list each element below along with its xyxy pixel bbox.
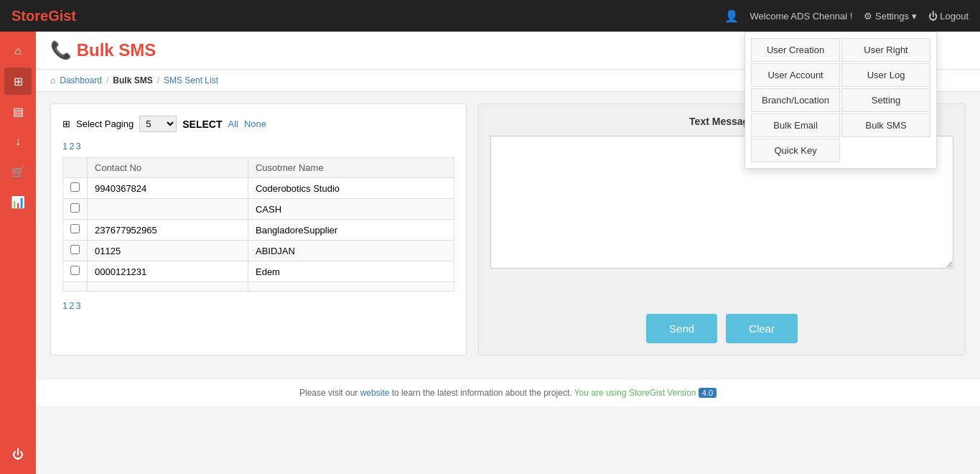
page-1-bottom[interactable]: 1 bbox=[62, 300, 67, 311]
row-5-contact: 0000121231 bbox=[88, 261, 248, 282]
dropdown-user-log[interactable]: User Log bbox=[841, 63, 930, 87]
dropdown-user-creation[interactable]: User Creation bbox=[751, 38, 840, 62]
phone-icon: 📞 bbox=[50, 40, 72, 60]
row-6-name bbox=[248, 282, 454, 292]
sidebar-dashboard[interactable]: ⊞ bbox=[4, 68, 32, 95]
row-4-checkbox[interactable] bbox=[70, 245, 80, 254]
left-panel: ⊞ Select Paging 5 10 25 50 100 SELECT Al… bbox=[50, 103, 467, 356]
table-row: CASH bbox=[63, 199, 454, 220]
row-1-contact: 9940367824 bbox=[88, 178, 248, 199]
version-badge: 4.0 bbox=[699, 388, 717, 398]
select-all-link[interactable]: All bbox=[228, 118, 238, 129]
pagination-bottom: 1 2 3 bbox=[62, 300, 454, 311]
dropdown-user-right[interactable]: User Right bbox=[841, 38, 930, 62]
row-3-checkbox[interactable] bbox=[70, 224, 80, 233]
dropdown-bulk-email[interactable]: Bulk Email bbox=[751, 113, 840, 137]
dropdown-bulk-sms[interactable]: Bulk SMS bbox=[841, 113, 930, 137]
breadcrumb-current: Bulk SMS bbox=[113, 75, 152, 85]
page-3-bottom[interactable]: 3 bbox=[75, 300, 80, 311]
sidebar-chart[interactable]: 📊 bbox=[4, 188, 32, 215]
send-button[interactable]: Send bbox=[646, 314, 717, 343]
row-6-contact bbox=[88, 282, 248, 292]
row-4-contact: 01125 bbox=[88, 241, 248, 261]
footer-text: Please visit our bbox=[299, 388, 358, 398]
home-icon-small: ⌂ bbox=[50, 75, 55, 85]
navbar: StoreGist 👤 Welcome ADS Chennai ! ⚙ Sett… bbox=[0, 0, 980, 32]
gear-icon: ⚙ bbox=[864, 11, 872, 22]
row-2-name: CASH bbox=[248, 199, 454, 220]
footer-website-link[interactable]: website bbox=[360, 388, 390, 398]
breadcrumb-home[interactable]: Dashboard bbox=[60, 75, 102, 85]
row-1-name: Coderobotics Studio bbox=[248, 178, 454, 199]
navbar-right: 👤 Welcome ADS Chennai ! ⚙ Settings ▾ ⏻ L… bbox=[724, 9, 969, 23]
col-contact-no: Contact No bbox=[88, 158, 248, 178]
row-5-name: Edem bbox=[248, 261, 454, 282]
welcome-text: Welcome ADS Chennai ! bbox=[750, 11, 853, 22]
row-1-checkbox[interactable] bbox=[70, 182, 80, 192]
table-row: 237677952965 BangladoreSupplier bbox=[63, 220, 454, 241]
row-5-checkbox[interactable] bbox=[70, 266, 80, 275]
row-3-name: BangladoreSupplier bbox=[248, 220, 454, 241]
table-row bbox=[63, 282, 454, 292]
settings-button[interactable]: ⚙ Settings ▾ bbox=[864, 11, 916, 22]
sidebar: ⌂ ⊞ ▤ ↓ 🛒 📊 ⏻ bbox=[0, 32, 36, 406]
paging-select[interactable]: 5 10 25 50 100 bbox=[139, 116, 177, 132]
brand-name-part1: Store bbox=[11, 8, 48, 24]
grid-icon-small: ⊞ bbox=[62, 118, 70, 129]
user-icon: 👤 bbox=[724, 9, 739, 23]
footer-green-text: You are using StoreGist Version bbox=[574, 388, 696, 398]
footer-text2: to learn the latest information about th… bbox=[392, 388, 572, 398]
brand-name-part2: Gist bbox=[48, 8, 76, 24]
sidebar-table[interactable]: ▤ bbox=[4, 98, 32, 125]
select-none-link[interactable]: None bbox=[244, 118, 266, 129]
clear-button[interactable]: Clear bbox=[726, 314, 798, 343]
col-checkbox bbox=[63, 158, 88, 178]
row-2-checkbox[interactable] bbox=[70, 203, 80, 213]
action-buttons: Send Clear bbox=[490, 314, 953, 343]
paging-label: Select Paging bbox=[76, 118, 134, 129]
table-row: 0000121231 Edem bbox=[63, 261, 454, 282]
sidebar-home[interactable]: ⌂ bbox=[4, 37, 32, 65]
col-customer-name: Cusotmer Name bbox=[248, 158, 454, 178]
page-2-top[interactable]: 2 bbox=[69, 141, 74, 152]
sidebar-cart[interactable]: 🛒 bbox=[4, 158, 32, 185]
select-label: SELECT bbox=[182, 118, 222, 130]
paging-row: ⊞ Select Paging 5 10 25 50 100 SELECT Al… bbox=[62, 116, 454, 132]
dropdown-user-account[interactable]: User Account bbox=[751, 63, 840, 87]
logout-button[interactable]: ⏻ Logout bbox=[928, 11, 969, 22]
page-2-bottom[interactable]: 2 bbox=[69, 300, 74, 311]
contacts-table: Contact No Cusotmer Name 9940367824 Code… bbox=[62, 157, 454, 292]
row-2-contact bbox=[88, 199, 248, 220]
brand-logo[interactable]: StoreGist bbox=[11, 8, 76, 24]
row-3-contact: 237677952965 bbox=[88, 220, 248, 241]
table-row: 9940367824 Coderobotics Studio bbox=[63, 178, 454, 199]
power-icon: ⏻ bbox=[928, 11, 938, 22]
footer: Please visit our website to learn the la… bbox=[36, 378, 980, 406]
row-4-name: ABIDJAN bbox=[248, 241, 454, 261]
dropdown-branch-location[interactable]: Branch/Location bbox=[751, 88, 840, 112]
dropdown-quick-key[interactable]: Quick Key bbox=[751, 139, 840, 162]
breadcrumb-sep1: / bbox=[106, 75, 108, 85]
breadcrumb-extra[interactable]: SMS Sent List bbox=[164, 75, 218, 85]
table-row: 01125 ABIDJAN bbox=[63, 241, 454, 261]
chevron-down-icon: ▾ bbox=[912, 11, 917, 22]
settings-dropdown: User Creation User Right User Account Us… bbox=[745, 32, 937, 169]
page-1-top[interactable]: 1 bbox=[62, 141, 67, 152]
page-3-top[interactable]: 3 bbox=[75, 141, 80, 152]
pagination-top: 1 2 3 bbox=[62, 141, 454, 152]
breadcrumb-sep2: / bbox=[157, 75, 159, 85]
dropdown-setting[interactable]: Setting bbox=[841, 88, 930, 112]
sidebar-download[interactable]: ↓ bbox=[4, 128, 32, 155]
